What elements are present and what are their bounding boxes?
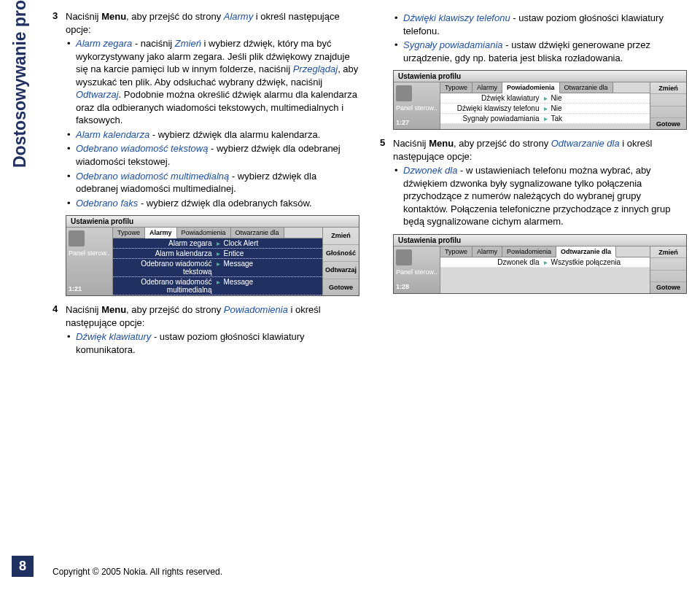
softkeys: ZmieńGotowe [650,247,686,293]
softkeys: ZmieńGotowe [650,82,686,129]
main-content: 3 Naciśnij Menu, aby przejść do strony A… [44,0,700,590]
screen-left-panel: Panel sterow.. 1:27 [394,82,440,129]
phone-screenshot-1: Ustawienia profilu Panel sterow.. 1:21 T… [66,215,359,296]
softkey[interactable]: Odtwarzaj [323,262,359,279]
softkey[interactable]: Gotowe [650,118,686,129]
step3-intro: Naciśnij Menu, aby przejść do strony Ala… [66,10,359,36]
bullet: Odebrano faks - wybierz dźwięk dla odebr… [66,197,359,210]
tab[interactable]: Otwarzanie dla [231,228,284,238]
screen-left-panel: Panel sterow.. 1:28 [394,247,440,293]
bullet: Alarm kalendarza - wybierz dźwięk dla al… [66,128,359,141]
setting-row[interactable]: Odebrano wiadomość tekstową▸Message [113,259,322,277]
softkey[interactable]: Zmień [650,247,686,258]
screen-left-panel: Panel sterow.. 1:21 [66,228,113,295]
time: 1:21 [69,285,110,292]
setting-row[interactable]: Dźwięki klawiszy telefonu▸Nie [440,104,650,114]
tab[interactable]: Powiadomienia [502,82,560,93]
setting-row[interactable]: Alarm zegara▸Clock Alert [113,238,322,249]
step-4: 4 Naciśnij Menu, aby przejść do strony P… [52,303,359,356]
app-icon [69,230,85,247]
footer-copyright: Copyright © 2005 Nokia. All rights reser… [52,567,222,577]
step-num: 4 [52,303,66,356]
softkey [650,258,686,270]
screen-title: Ustawienia profilu [394,71,686,82]
softkey [650,271,686,282]
bullet: Odebrano wiadomość multimedialną - wybie… [66,170,359,195]
softkey[interactable]: Zmień [650,82,686,94]
time: 1:27 [396,119,438,126]
time: 1:28 [396,283,438,290]
setting-row[interactable]: Dźwięk klawiatury▸Nie [440,93,650,104]
step-num: 3 [52,10,66,209]
tab[interactable]: Powiadomienia [502,247,556,257]
bullet: Dźwięk klawiatury - ustaw poziom głośnoś… [66,330,359,356]
bullet: Dźwięki klawiszy telefonu - ustaw poziom… [393,12,687,37]
softkey[interactable]: Gotowe [323,279,359,296]
page-number: 8 [12,556,34,577]
app-icon [396,85,412,101]
step-3: 3 Naciśnij Menu, aby przejść do strony A… [52,10,359,209]
step5-intro: Naciśnij Menu, aby przejść do strony Odt… [393,137,687,163]
phone-screenshot-2: Ustawienia profilu Panel sterow.. 1:27 T… [393,70,687,130]
setting-row[interactable]: Sygnały powiadamiania▸Tak [440,114,650,124]
tab[interactable]: Otwarzanie dla [560,82,613,93]
bullet: Odebrano wiadomość tekstową - wybierz dź… [66,142,359,168]
column-left: 3 Naciśnij Menu, aby przejść do strony A… [52,10,359,360]
column-right: Dźwięki klawiszy telefonu - ustaw poziom… [380,10,687,360]
sidebar: Dostosowywanie profili 8 [0,0,44,590]
softkey[interactable]: Gotowe [650,282,686,293]
softkey[interactable]: Głośność [323,245,359,263]
tab[interactable]: Alarmy [472,82,502,93]
step-5: 5 Naciśnij Menu, aby przejść do strony O… [380,137,687,228]
bullet: Dzwonek dla - w ustawieniach telefonu mo… [393,164,687,228]
section-title: Dostosowywanie profili [10,0,30,168]
tab[interactable]: Typowe [440,82,472,93]
setting-row[interactable]: Dzwonek dla▸Wszystkie połączenia [440,257,650,268]
softkey[interactable]: Zmień [323,228,359,245]
phone-screenshot-3: Ustawienia profilu Panel sterow.. 1:28 T… [393,234,687,294]
tab[interactable]: Powiadomienia [177,228,231,238]
setting-row[interactable]: Alarm kalendarza▸Entice [113,249,322,259]
tabs: TypoweAlarmyPowiadomieniaOtwarzanie dla [113,228,322,238]
step4-intro: Naciśnij Menu, aby przejść do strony Pow… [66,303,359,329]
tabs: TypoweAlarmyPowiadomieniaOtwarzanie dla [440,82,650,93]
softkeys: ZmieńGłośnośćOdtwarzajGotowe [322,228,359,295]
screen-title: Ustawienia profilu [394,235,686,247]
tab[interactable]: Typowe [440,247,472,257]
screen-title: Ustawienia profilu [66,216,359,228]
softkey [650,106,686,118]
softkey [650,94,686,106]
app-icon [396,249,412,265]
tab[interactable]: Typowe [113,228,145,238]
bullet: Alarm zegara - naciśnij Zmień i wybierz … [66,37,359,127]
bullet: Sygnały powiadamiania - ustaw dźwięki ge… [393,39,687,64]
tab[interactable]: Alarmy [145,228,177,238]
setting-row[interactable]: Odebrano wiadomość multimedialną▸Message [113,277,322,295]
tab[interactable]: Alarmy [472,247,502,257]
step-num: 5 [380,137,393,228]
tabs: TypoweAlarmyPowiadomieniaOdtwarzanie dla [440,247,650,257]
tab[interactable]: Odtwarzanie dla [556,247,616,257]
